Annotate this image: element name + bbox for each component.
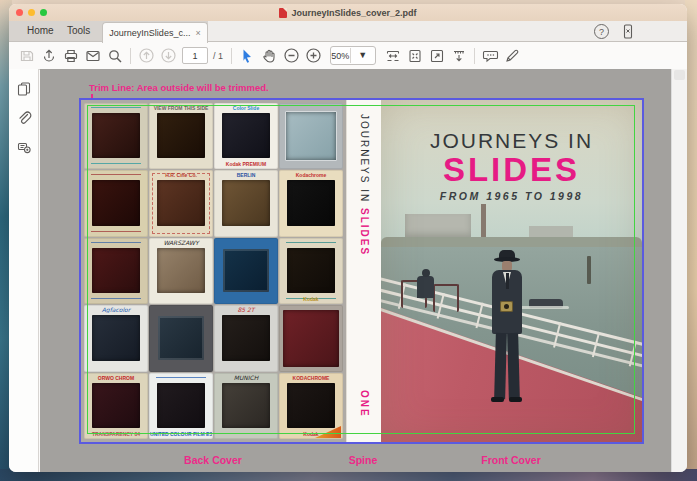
slide-mount — [84, 238, 148, 304]
page-canvas[interactable]: Trim Line: Area outside will be trimmed.… — [40, 69, 672, 472]
fullscreen-button[interactable] — [426, 45, 448, 67]
attachments-button[interactable] — [16, 110, 32, 126]
small-boat — [529, 299, 563, 308]
print-icon — [63, 48, 79, 64]
spine-title-line2: SLIDES — [359, 208, 370, 256]
leg — [507, 333, 520, 399]
slide-mount — [84, 170, 148, 236]
tab-document[interactable]: JourneyInSlides_c... × — [102, 22, 208, 43]
slide-mount — [279, 305, 343, 371]
email-button[interactable] — [82, 45, 104, 67]
fit-page-icon — [407, 48, 423, 64]
select-tool-icon — [239, 48, 255, 64]
previous-page-button[interactable] — [135, 45, 157, 67]
tie — [506, 273, 509, 289]
previous-page-icon — [138, 47, 155, 64]
fit-width-button[interactable] — [382, 45, 404, 67]
fit-page-button[interactable] — [404, 45, 426, 67]
hand-tool-button[interactable] — [258, 45, 280, 67]
slide-photo — [287, 180, 335, 225]
mooring-post — [587, 256, 591, 284]
slide-bottom-label: Kodak PREMIUM — [215, 161, 277, 167]
slide-photo — [92, 113, 140, 158]
email-icon — [85, 48, 101, 64]
search-button[interactable] — [104, 45, 126, 67]
scrollbar-thumb[interactable] — [674, 70, 685, 80]
front-cover-label: Front Cover — [481, 454, 541, 466]
next-page-icon — [160, 47, 177, 64]
slide-photo — [158, 316, 204, 359]
skyline — [381, 208, 642, 248]
slide-photo — [287, 248, 335, 293]
leg — [494, 333, 507, 399]
slide-printed-rule — [286, 242, 336, 243]
slide-photo — [157, 113, 205, 158]
search-icon — [107, 48, 123, 64]
toolbar-separator — [474, 48, 475, 64]
deck-chair — [433, 284, 459, 312]
slide-top-label: H.R. Cine Co. — [150, 172, 212, 178]
zoom-level-select[interactable]: 50% ▼ — [330, 46, 376, 65]
tab-tools[interactable]: Tools — [67, 25, 90, 36]
pencil-icon — [504, 48, 520, 64]
layers-button[interactable] — [16, 139, 32, 155]
spine-title-line1: JOURNEYS IN — [359, 114, 370, 203]
page-thumbnails-button[interactable] — [16, 81, 32, 97]
navigation-pane — [9, 69, 39, 472]
layers-icon — [16, 139, 32, 155]
document-area: Trim Line: Area outside will be trimmed.… — [9, 69, 687, 472]
next-page-button[interactable] — [157, 45, 179, 67]
zoom-window-button[interactable] — [40, 9, 47, 16]
draw-button[interactable] — [501, 45, 523, 67]
main-toolbar: / 1 50% ▼ — [9, 42, 687, 70]
comment-button[interactable] — [479, 45, 501, 67]
print-button[interactable] — [60, 45, 82, 67]
slide-photo — [92, 315, 140, 360]
slide-top-label: KODACHROME — [280, 375, 342, 381]
slide-printed-rule — [91, 242, 141, 243]
traffic-lights — [16, 9, 47, 16]
minimize-window-button[interactable] — [28, 9, 35, 16]
slide-top-label: BERLIN — [215, 172, 277, 178]
zoom-out-button[interactable] — [280, 45, 302, 67]
trim-note: Trim Line: Area outside will be trimmed. — [89, 82, 269, 93]
tab-bar-right-icons: ? — [594, 24, 635, 39]
tab-close-icon[interactable]: × — [195, 28, 200, 38]
slide-printed-rule — [91, 298, 141, 299]
close-window-button[interactable] — [16, 9, 23, 16]
spine: JOURNEYS IN SLIDES ONE — [346, 100, 381, 442]
tab-home[interactable]: Home — [27, 25, 54, 36]
slide-mount — [84, 103, 148, 169]
slide-printed-rule — [156, 377, 206, 378]
save-icon — [19, 48, 35, 64]
slide-top-label: VIEW FROM THIS SIDE — [150, 105, 212, 111]
slide-dashed-frame — [152, 173, 210, 233]
front-cover: JOURNEYS IN SLIDES FROM 1965 TO 1998 — [381, 100, 642, 442]
toolbar-separator — [130, 48, 131, 64]
shoe — [491, 397, 504, 402]
slide-photo — [223, 249, 269, 292]
slide-photo — [157, 383, 205, 428]
slide-mount: VIEW FROM THIS SIDE — [149, 103, 213, 169]
camera — [500, 301, 513, 312]
help-button[interactable]: ? — [594, 24, 609, 39]
spine-title: JOURNEYS IN SLIDES — [359, 114, 370, 256]
tab-document-label: JourneyInSlides_c... — [109, 28, 190, 38]
mobile-button[interactable] — [621, 24, 635, 39]
slide-top-label: 85 2T — [215, 307, 277, 313]
select-tool-button[interactable] — [236, 45, 258, 67]
back-cover-label: Back Cover — [184, 454, 242, 466]
shoe — [509, 397, 522, 402]
scroll-mode-button[interactable] — [448, 45, 470, 67]
slide-bottom-label: UNITED COLOUR FILM EST. — [150, 431, 212, 437]
page-number-input[interactable] — [182, 47, 208, 64]
slide-top-label: Color Slide — [215, 105, 277, 111]
slide-photo — [222, 180, 270, 225]
slide-photo — [157, 248, 205, 293]
share-button[interactable] — [38, 45, 60, 67]
zoom-in-button[interactable] — [302, 45, 324, 67]
fullscreen-icon — [429, 48, 445, 64]
scrollbar[interactable] — [671, 69, 687, 472]
save-button[interactable] — [16, 45, 38, 67]
slide-mount: KODACHROMEKodak — [279, 373, 343, 439]
